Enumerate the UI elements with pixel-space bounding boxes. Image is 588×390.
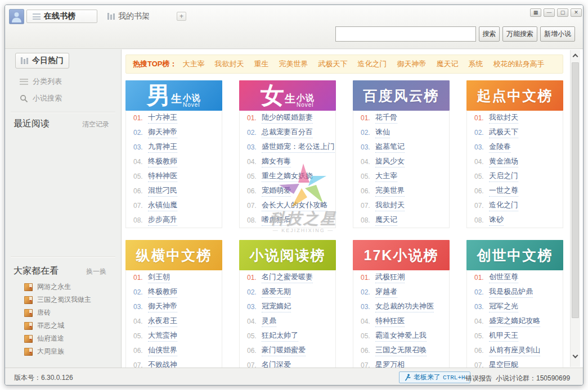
hot-search-link[interactable]: 校花的贴身高手 [493,60,545,68]
novel-title-link[interactable]: 天启之门 [489,171,518,182]
book-title-link[interactable]: 仙府道途 [37,334,64,343]
novel-title-link[interactable]: 诛砂 [489,215,504,226]
novel-title-link[interactable]: 黄金渔场 [489,156,518,167]
novel-title-link[interactable]: 盛爱无期 [262,287,291,298]
novel-title-link[interactable]: 盗墓笔记 [375,142,405,153]
close-button[interactable]: ✕ [571,8,582,17]
search-button[interactable]: 搜索 [479,26,500,42]
error-report-link[interactable]: 错误报告 [465,374,492,383]
sidebar-item-novel-search[interactable]: 小说搜索 [20,93,62,103]
book-list-item[interactable]: 网游之永生 [24,282,71,292]
novel-title-link[interactable]: 盛世婚宠：老公送上门 [262,142,335,153]
novel-title-link[interactable]: 名门深爱 [262,360,291,368]
user-avatar[interactable] [9,9,24,24]
novel-title-link[interactable]: 机甲天王 [489,330,518,342]
novel-title-link[interactable]: 特种狂医 [375,316,405,327]
novel-title-link[interactable]: 冠军之光 [489,301,518,312]
hot-search-link[interactable]: 魔天记 [437,60,459,68]
novel-title-link[interactable]: 九霄神王 [148,142,177,153]
novel-title-link[interactable]: 我是极品炉鼎 [489,287,533,298]
tab-my-bookshelf[interactable]: 我的书架 [102,10,155,23]
add-novel-button[interactable]: 新增小说 [540,26,575,42]
novel-title-link[interactable]: 星空巨舰 [489,360,518,368]
novel-title-link[interactable]: 御天神帝 [148,127,177,138]
minimize-button[interactable]: — [544,8,555,17]
maximize-button[interactable]: ▢ [557,8,568,17]
novel-title-link[interactable]: 创世至尊 [489,272,518,283]
hot-search-link[interactable]: 完美世界 [279,60,308,68]
novel-title-link[interactable]: 魔天记 [375,215,397,226]
book-title-link[interactable]: 三国之蜀汉我做主 [37,295,91,305]
novel-title-link[interactable]: 我欲封天 [375,200,405,211]
novel-title-link[interactable]: 御天神帝 [148,301,177,312]
novel-title-link[interactable]: 灵鼎 [262,316,276,327]
novel-title-link[interactable]: 从前有座灵剑山 [489,345,540,356]
novel-title-link[interactable]: 嗜血狂后 [262,215,291,226]
novel-title-link[interactable]: 一世之尊 [489,185,518,197]
novel-title-link[interactable]: 混世刁民 [148,185,177,197]
book-title-link[interactable]: 网游之永生 [37,282,71,292]
hot-search-link[interactable]: 大主宰 [183,60,205,68]
book-list-item[interactable]: 唐砖 [24,308,51,318]
hot-search-link[interactable]: 系统 [469,60,483,68]
add-tab-button[interactable]: + [177,12,186,21]
novel-title-link[interactable]: 会长大人的女仆攻略 [262,200,327,211]
novel-title-link[interactable]: 三国之无限召唤 [375,345,427,356]
hot-search-link[interactable]: 造化之门 [358,60,387,68]
novel-title-link[interactable]: 穿越者 [375,287,397,298]
novel-title-link[interactable]: 诛仙 [375,127,390,138]
novel-title-link[interactable]: 武极狂潮 [375,272,405,283]
novel-title-link[interactable]: 盛宠之嫡妃攻略 [489,316,540,327]
novel-title-link[interactable]: 花千骨 [375,112,397,124]
novel-title-link[interactable]: 霸道女神爱上我 [375,330,427,342]
novel-title-link[interactable]: 终极教师 [148,156,177,167]
book-title-link[interactable]: 大周皇族 [37,347,64,356]
novel-title-link[interactable]: 名门之蜜爱暖妻 [262,272,313,283]
novel-title-link[interactable]: 特种神医 [148,171,177,182]
novel-title-link[interactable]: 剑王朝 [148,272,170,283]
novel-title-link[interactable]: 总裁宠妻百分百 [262,127,313,138]
novel-title-link[interactable]: 武极天下 [489,127,518,138]
novel-title-link[interactable]: 不败战神 [148,360,177,368]
novel-title-link[interactable]: 终极教师 [148,287,177,298]
hot-search-link[interactable]: 武极天下 [318,60,348,68]
boss-key-button[interactable]: 老板来了CTRL+H [399,371,470,383]
novel-title-link[interactable]: 狂妃太帅了 [262,330,298,342]
novel-title-link[interactable]: 永夜君王 [148,316,177,327]
hot-search-link[interactable]: 御天神帝 [397,60,427,68]
skin-button[interactable]: ▦ [530,8,541,17]
novel-title-link[interactable]: 完美世界 [375,185,405,197]
sidebar-item-today-hot[interactable]: 今日热门 [15,53,69,69]
hot-search-link[interactable]: 重生 [254,60,269,68]
hot-search-link[interactable]: 我欲封天 [215,60,244,68]
sidebar-item-category-list[interactable]: 分类列表 [20,76,62,87]
novel-title-link[interactable]: 宠婚萌爱 [262,185,291,197]
novel-title-link[interactable]: 冠宠嫡妃 [262,301,291,312]
novel-title-link[interactable]: 陆少的暖婚新妻 [262,112,313,124]
clear-history-link[interactable]: 清空记录 [82,120,109,129]
book-title-link[interactable]: 罪恶之城 [37,321,64,330]
novel-title-link[interactable]: 永镇仙魔 [148,200,177,211]
novel-title-link[interactable]: 步步高升 [148,215,177,226]
novel-title-link[interactable]: 十方神王 [148,112,177,124]
book-list-item[interactable]: 罪恶之城 [24,321,64,330]
scrollbar-thumb[interactable] [572,62,579,318]
novel-title-link[interactable]: 造化之门 [489,200,518,211]
novel-title-link[interactable]: 我欲封天 [489,112,518,124]
novel-title-link[interactable]: 旋风少女 [375,156,405,167]
book-list-item[interactable]: 三国之蜀汉我做主 [24,295,91,305]
universal-search-button[interactable]: 万能搜索 [502,26,537,42]
scrollbar[interactable] [570,50,580,367]
novel-title-link[interactable]: 重生之嫡女妖娆 [262,171,313,182]
tab-online-ranking[interactable]: 在线书榜 [26,10,97,23]
book-title-link[interactable]: 唐砖 [37,308,51,318]
scroll-down-icon[interactable] [573,353,578,359]
book-list-item[interactable]: 仙府道途 [24,334,64,343]
novel-title-link[interactable]: 金陵春 [489,142,511,153]
scroll-up-icon[interactable] [573,54,578,60]
book-list-item[interactable]: 大周皇族 [24,347,64,356]
novel-title-link[interactable]: 女总裁的功夫神医 [375,301,434,312]
novel-title-link[interactable]: 大荒蛮神 [148,330,177,342]
novel-title-link[interactable]: 嫡女有毒 [262,156,291,167]
novel-title-link[interactable]: 星罗万相 [375,360,405,368]
